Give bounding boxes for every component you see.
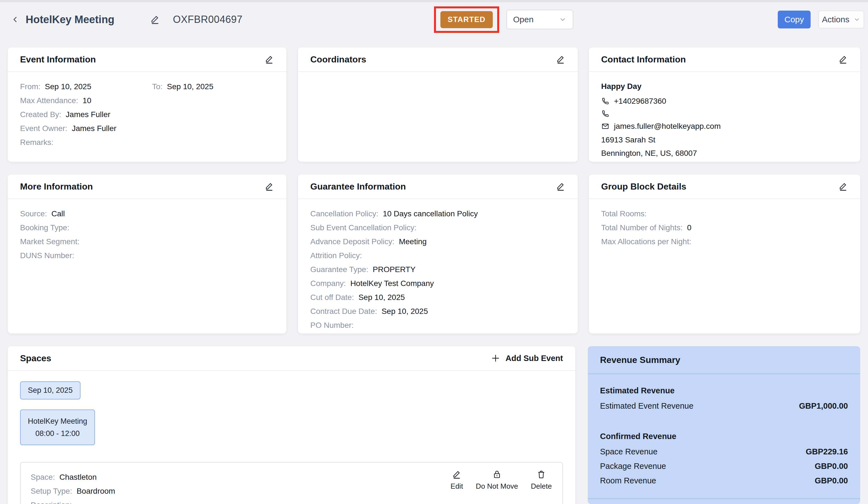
- field-label: Cut off Date:: [310, 293, 354, 302]
- field-row: Cut off Date: Sep 10, 2025: [310, 291, 566, 304]
- sub-event-chip[interactable]: HotelKey Meeting 08:00 - 12:00: [20, 410, 95, 445]
- contact-phone-row: +14029687360: [601, 94, 848, 108]
- card-body: Cancellation Policy: 10 Days cancellatio…: [298, 199, 578, 340]
- field-value: Meeting: [399, 237, 427, 246]
- pencil-icon: [556, 182, 566, 191]
- status-select[interactable]: Open: [506, 10, 573, 29]
- field-row: Contract Due Date: Sep 10, 2025: [310, 304, 566, 318]
- top-strip: [0, 0, 868, 2]
- actions-button[interactable]: Actions: [818, 11, 864, 28]
- field-value: Sep 10, 2025: [359, 293, 405, 302]
- field-row: Event Owner: James Fuller: [20, 122, 274, 135]
- delete-sub-event-button[interactable]: Delete: [531, 470, 552, 491]
- field-label: Market Segment:: [20, 237, 79, 246]
- field-label: From:: [20, 82, 40, 91]
- event-code: OXFBR004697: [173, 14, 242, 26]
- card-header: Contact Information: [589, 47, 860, 72]
- field-value: James Fuller: [66, 110, 110, 119]
- card-title: Group Block Details: [601, 181, 838, 192]
- card-title: Spaces: [20, 353, 490, 363]
- card-body: Sep 10, 2025 HotelKey Meeting 08:00 - 12…: [8, 371, 575, 504]
- card-title: Guarantee Information: [310, 181, 556, 192]
- contact-information-card: Contact Information Happy Day +140296873…: [589, 47, 860, 162]
- edit-title-button[interactable]: [150, 14, 160, 24]
- field-label: Description:: [31, 501, 72, 504]
- revenue-summary-card: Revenue Summary Estimated Revenue Estima…: [588, 346, 860, 504]
- status-select-value: Open: [513, 15, 534, 24]
- revenue-row: Room Revenue GBP0.00: [600, 473, 848, 488]
- revenue-value: GBP229.16: [806, 447, 848, 456]
- field-value: Sep 10, 2025: [45, 82, 91, 91]
- field-value: HotelKey Test Company: [350, 279, 434, 288]
- total-revenue-row: Total Revenue GBP229.16: [600, 499, 848, 504]
- plus-icon: [490, 353, 500, 363]
- edit-guarantee-information-button[interactable]: [556, 182, 566, 191]
- field-label: Cancellation Policy:: [310, 209, 378, 218]
- date-chip[interactable]: Sep 10, 2025: [20, 381, 81, 400]
- lock-icon: [492, 470, 502, 479]
- event-information-card: Event Information From: Sep 10, 2025 To:…: [8, 47, 286, 162]
- field-value: 10 Days cancellation Policy: [383, 209, 478, 218]
- sub-event-chip-name: HotelKey Meeting: [28, 415, 87, 427]
- top-bar: HotelKey Meeting OXFBR004697 STARTED Ope…: [0, 2, 868, 37]
- field-value: 10: [83, 96, 91, 105]
- status-annotation-box: STARTED: [434, 7, 499, 33]
- more-information-card: More Information Source: Call Booking Ty…: [8, 174, 286, 333]
- pencil-icon: [838, 54, 848, 64]
- contact-address-line2: Bennington, NE, US, 68007: [601, 147, 848, 160]
- contact-address-line1: 16913 Sarah St: [601, 133, 848, 147]
- pencil-icon: [452, 470, 462, 479]
- edit-group-block-button[interactable]: [838, 182, 848, 191]
- action-label: Do Not Move: [476, 482, 518, 491]
- card-header: More Information: [8, 174, 286, 199]
- phone-icon: [601, 97, 609, 105]
- field-row: Description:: [31, 498, 552, 504]
- field-value: PROPERTY: [373, 265, 416, 274]
- copy-button[interactable]: Copy: [778, 11, 810, 28]
- phone-icon: [601, 110, 609, 118]
- revenue-row: Package Revenue GBP0.00: [600, 459, 848, 473]
- field-label: Setup Type:: [31, 487, 72, 496]
- add-sub-event-button[interactable]: Add Sub Event: [490, 353, 563, 363]
- back-button[interactable]: [11, 15, 20, 24]
- contact-phone-row-2: [601, 108, 848, 119]
- pencil-icon: [265, 182, 274, 191]
- edit-more-information-button[interactable]: [265, 182, 274, 191]
- field-label: Created By:: [20, 110, 61, 119]
- edit-sub-event-button[interactable]: Edit: [451, 470, 463, 491]
- card-header: Guarantee Information: [298, 174, 578, 199]
- revenue-value: GBP1,000.00: [799, 401, 848, 411]
- pencil-icon: [150, 14, 160, 24]
- card-body: [298, 72, 578, 88]
- field-label: DUNS Number:: [20, 251, 74, 260]
- field-label: Booking Type:: [20, 223, 69, 232]
- revenue-label: Package Revenue: [600, 462, 666, 471]
- do-not-move-button[interactable]: Do Not Move: [476, 470, 518, 491]
- field-row: Total Rooms:: [601, 207, 848, 221]
- revenue-label: Estimated Event Revenue: [600, 401, 693, 411]
- field-label: Total Number of Nights:: [601, 223, 683, 232]
- field-label: To:: [152, 82, 162, 91]
- field-row: Max Allocations per Night:: [601, 235, 848, 249]
- edit-coordinators-button[interactable]: [556, 54, 566, 64]
- field-label: Advance Deposit Policy:: [310, 237, 394, 246]
- field-label: Source:: [20, 209, 47, 218]
- card-title: Contact Information: [601, 54, 838, 65]
- contact-email[interactable]: james.fuller@hotelkeyapp.com: [614, 122, 721, 131]
- add-sub-event-label: Add Sub Event: [506, 354, 563, 363]
- field-row: Max Attendance: 10: [20, 94, 274, 108]
- field-label: Guarantee Type:: [310, 265, 368, 274]
- edit-event-information-button[interactable]: [265, 54, 274, 64]
- field-row: DUNS Number:: [20, 249, 274, 263]
- field-row: Created By: James Fuller: [20, 108, 274, 122]
- card-body: Source: Call Booking Type: Market Segmen…: [8, 199, 286, 270]
- contact-phone[interactable]: +14029687360: [614, 97, 666, 105]
- card-header: Group Block Details: [589, 174, 860, 199]
- card-body: From: Sep 10, 2025 To: Sep 10, 2025 Max …: [8, 72, 286, 157]
- mail-icon: [601, 122, 609, 130]
- field-label: Sub Event Cancellation Policy:: [310, 223, 416, 232]
- field-label: Contract Due Date:: [310, 307, 377, 316]
- guarantee-information-card: Guarantee Information Cancellation Polic…: [298, 174, 578, 333]
- edit-contact-information-button[interactable]: [838, 54, 848, 64]
- page-title: HotelKey Meeting: [25, 14, 114, 26]
